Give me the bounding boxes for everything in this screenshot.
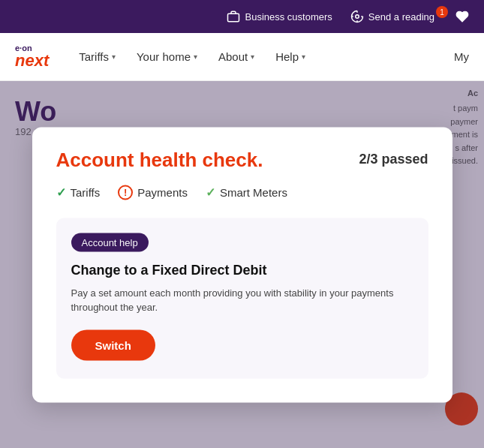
modal-card: Account help Change to a Fixed Direct De… [56, 218, 428, 378]
card-heading: Change to a Fixed Direct Debit [71, 262, 413, 278]
nav-help[interactable]: Help ▾ [275, 50, 305, 63]
about-label: About [218, 50, 248, 63]
tariffs-label: Tariffs [79, 50, 109, 63]
nav-about[interactable]: About ▾ [218, 50, 254, 63]
about-chevron-icon: ▾ [251, 53, 254, 61]
heart-icon [455, 10, 469, 23]
notification-badge: 1 [436, 6, 448, 18]
send-reading-label: Send a reading [368, 11, 434, 23]
top-bar: Business customers Send a reading 1 [0, 0, 484, 33]
check-tariffs: ✓ Tariffs [56, 185, 101, 200]
nav-tariffs[interactable]: Tariffs ▾ [79, 50, 116, 63]
check-label-smart-meters: Smart Meters [220, 186, 287, 199]
health-check-modal: Account health check. 2/3 passed ✓ Tarif… [32, 127, 452, 402]
nav-my[interactable]: My [454, 50, 469, 63]
check-pass-icon-smart-meters: ✓ [206, 185, 215, 200]
tariffs-chevron-icon: ▾ [112, 53, 116, 61]
svg-point-1 [356, 15, 359, 19]
card-badge: Account help [71, 233, 149, 251]
switch-button[interactable]: Switch [71, 329, 155, 360]
check-row: ✓ Tariffs ! Payments ✓ Smart Meters [56, 185, 428, 200]
modal-header: Account health check. 2/3 passed [56, 148, 428, 171]
card-desc: Pay a set amount each month providing yo… [71, 285, 413, 314]
business-customers-link[interactable]: Business customers [227, 10, 332, 23]
your-home-label: Your home [137, 50, 191, 63]
nav-bar: e·on next Tariffs ▾ Your home ▾ About ▾ … [0, 33, 484, 81]
nav-your-home[interactable]: Your home ▾ [137, 50, 197, 63]
modal-passed: 2/3 passed [359, 148, 428, 167]
logo-next: next [15, 53, 49, 69]
briefcase-icon [227, 10, 240, 23]
svg-rect-0 [228, 14, 239, 22]
logo[interactable]: e·on next [15, 44, 49, 69]
your-home-chevron-icon: ▾ [194, 53, 197, 61]
check-smart-meters: ✓ Smart Meters [206, 185, 287, 200]
help-label: Help [275, 50, 299, 63]
check-payments: ! Payments [118, 185, 188, 200]
check-warn-icon-payments: ! [118, 185, 133, 200]
check-label-payments: Payments [137, 186, 188, 199]
business-customers-label: Business customers [245, 11, 332, 23]
hero-area: Wo 192 G Ac t paympaymerment iss afteris… [0, 81, 484, 448]
help-chevron-icon: ▾ [302, 53, 305, 61]
check-label-tariffs: Tariffs [71, 186, 101, 199]
modal-title: Account health check. [56, 148, 263, 171]
send-reading-link[interactable]: Send a reading 1 [350, 10, 469, 23]
check-pass-icon-tariffs: ✓ [56, 185, 66, 200]
meter-icon [350, 10, 364, 23]
